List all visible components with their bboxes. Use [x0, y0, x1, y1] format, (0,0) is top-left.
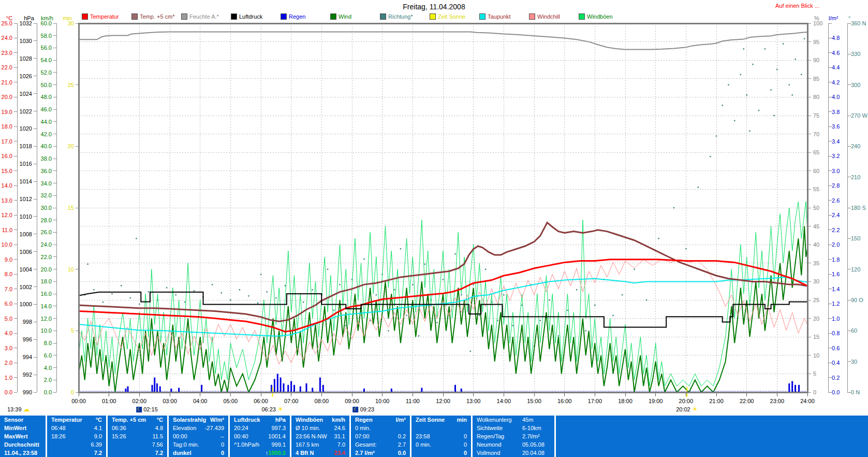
axis-tick-label: 11.0: [2, 227, 12, 233]
axis-tick-label: 50: [813, 205, 819, 211]
axis-tick-label: 17.0: [2, 138, 12, 145]
sun-moon-marker: ☾09:23: [353, 406, 375, 412]
sun-icon: ☀: [277, 406, 284, 412]
axis-tick-label: 15: [68, 205, 74, 211]
axis-tick-label: 18.0: [41, 278, 52, 284]
table-text: MinWert: [4, 425, 26, 431]
table-row-label: Sensor: [0, 416, 46, 424]
axis-tick-label: 10: [813, 352, 819, 359]
axis-tick-label: 45: [813, 223, 819, 230]
table-text: l/m²: [395, 417, 406, 423]
time-tick-label: 23:00: [770, 398, 785, 404]
table-header-cell: LuftdruckhPa: [230, 416, 290, 424]
table-text: 0: [464, 450, 467, 456]
table-text: Neumond: [477, 441, 522, 448]
table-text: 997.3: [271, 425, 286, 431]
axis-percent: %100959085807570656055504540353025201510…: [807, 15, 822, 395]
table-text: dunkel: [173, 450, 191, 456]
axis-tick-label: 1000: [20, 301, 32, 307]
axis-tick-label: 5.0: [5, 316, 12, 322]
axis-min: min302520151050: [63, 15, 79, 395]
table-text: 7.56: [152, 441, 163, 448]
table-cell: ↑1000.3: [230, 449, 290, 457]
quick-view-link[interactable]: Auf einen Blick ...: [775, 3, 819, 9]
axis-tick-label: 1008: [20, 231, 32, 237]
axis-tick-label: 25: [68, 82, 74, 88]
table-header-cell: Windböenkm/h: [291, 416, 349, 424]
axis-tick-label: 2.6: [832, 197, 840, 204]
summary-col-solarstrahlg: SolarstrahlgW/m²Elevation-27.43900:00--T…: [167, 416, 228, 457]
table-cell: 0 min.0: [411, 440, 471, 449]
sun-moon-marker: 06:23☀: [261, 406, 283, 412]
table-text: 2.7: [398, 441, 406, 448]
time-tick-label: 16:00: [557, 398, 572, 404]
table-text: 7.0: [337, 441, 345, 448]
axis-tick-label: 85: [813, 76, 819, 82]
axis-tick-label: 3.8: [832, 109, 840, 115]
summary-col-filler: [554, 416, 868, 457]
weather-app-page: { "header": { "title": "Freitag, 11.04.2…: [0, 0, 868, 457]
summary-col-zeit-sonne: Zeit Sonnemin23:5800 min.00: [410, 416, 471, 457]
axis-tick-label: 48.0: [41, 94, 52, 100]
axis-tick-label: 20: [68, 143, 74, 149]
axis-tick-label: 4.2: [832, 79, 840, 85]
table-text: Zeit Sonne: [416, 417, 445, 423]
axis-tick-label: 4.0: [5, 330, 12, 336]
axis-tick-label: 60: [813, 168, 819, 174]
axis-tick-label: 75: [813, 112, 819, 119]
axis-tick-label: 7.0: [5, 286, 12, 292]
weather-chart: °C25.024.023.022.021.020.019.018.017.016…: [0, 12, 868, 411]
axis-tick-label: 30: [68, 20, 74, 26]
table-text: 2.7l/m²: [522, 433, 540, 439]
axis-tick-label: 30: [851, 359, 857, 365]
table-cell: 4 Bft N23.4: [291, 449, 349, 457]
axis-tick-label: 5: [71, 327, 74, 334]
axis-tick-label: 8.0: [5, 271, 12, 277]
axis-tick-label: 55: [813, 186, 819, 192]
axis-tick-label: 1002: [20, 284, 32, 290]
table-header-cell: SolarstrahlgW/m²: [169, 416, 228, 424]
table-info-cell: Sichtweite6-10km: [473, 424, 554, 432]
axis-tick-label: 38.0: [41, 155, 52, 162]
table-cell: 6.39: [47, 440, 106, 449]
table-cell: Tag:0 min.0: [169, 440, 228, 449]
table-text: Solarstrahlg: [173, 417, 206, 423]
axis-tick-label: 44.0: [41, 119, 52, 125]
axis-tick-label: 2.8: [832, 182, 840, 189]
time-tick-label: 12:00: [436, 398, 450, 404]
axis-tick-label: 32.0: [41, 192, 52, 198]
table-text: 7.2: [94, 450, 102, 456]
plot-area[interactable]: [79, 23, 807, 392]
axis-tick-label: 1018: [20, 143, 32, 149]
time-tick-label: 11:00: [406, 398, 420, 404]
table-text: Luftdruck: [234, 417, 260, 423]
marker-time-label: 09:23: [360, 406, 375, 412]
table-cell: 00:00--: [169, 432, 228, 440]
table-cell: 23:580: [411, 432, 471, 440]
sun-moon-marker: ☾02:15: [136, 406, 158, 412]
axis-tick-label: 19.0: [2, 109, 12, 115]
time-tick-label: 22:00: [740, 398, 754, 404]
table-cell: 07:000.2: [351, 432, 410, 440]
axis-tick-label: 0.0: [44, 389, 52, 395]
table-text: 23.4: [334, 450, 345, 456]
table-cell: 7.2: [108, 449, 167, 457]
table-text: Durchschnitt: [4, 441, 39, 448]
axis-tick-label: 16.0: [2, 153, 12, 159]
axis-tick-label: 6.0: [44, 352, 52, 359]
table-info-cell: Neumond05.05.08: [473, 440, 554, 449]
axis-tick-label: 100: [813, 20, 822, 26]
axis-tick-label: 0.4: [832, 360, 840, 366]
axis-tick-label: 30.0: [41, 205, 52, 211]
axis-tick-label: 992: [23, 372, 32, 378]
table-cell: 167.5 km7.0: [291, 440, 349, 449]
table-text: Tag:0 min.: [173, 441, 199, 448]
axis-tick-label: 20.0: [41, 266, 52, 273]
axis-tick-label: 10.0: [41, 327, 52, 334]
axis-tick-label: 2.2: [832, 227, 840, 233]
table-text: °C: [157, 417, 163, 423]
marker-time-label: 06:23: [261, 406, 276, 412]
axis-tick-label: 330: [851, 51, 860, 57]
table-cell: 06:484.1: [47, 424, 106, 432]
axis-tick-label: 34.0: [41, 180, 52, 187]
